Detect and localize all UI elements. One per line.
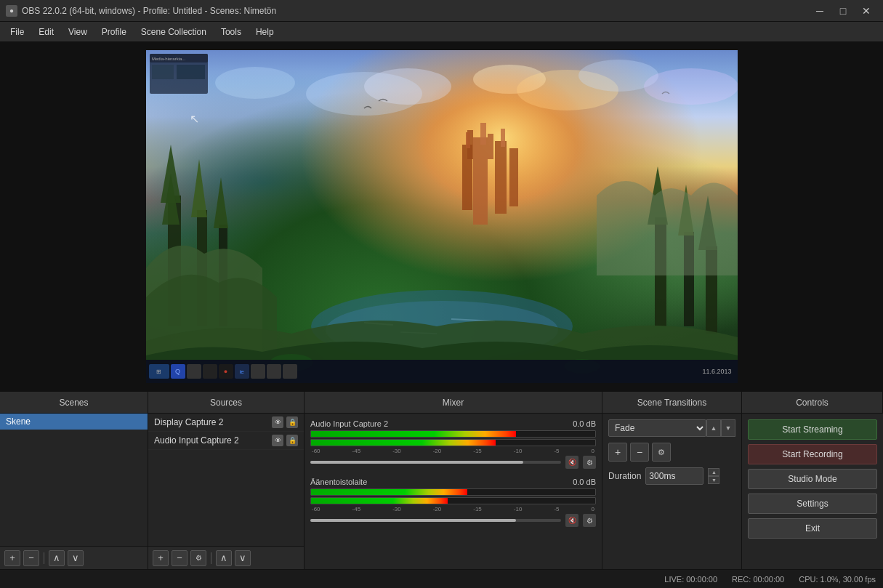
sources-toolbar: + − ⚙ ∧ ∨	[148, 546, 304, 569]
duration-up-arrow[interactable]: ▲	[708, 468, 719, 476]
taskbar-icon-1: Q	[171, 364, 185, 379]
menu-view[interactable]: View	[61, 24, 94, 40]
duration-down-arrow[interactable]: ▼	[708, 476, 719, 484]
mixer-marks-1: -60-45-30-20-15-10-50	[310, 448, 596, 454]
mixer-meter-2-fill-bottom	[311, 498, 448, 504]
taskbar-clock: 11.6.2013	[699, 368, 734, 375]
close-button[interactable]: ✕	[855, 3, 877, 19]
mixer-settings-btn-2[interactable]: ⚙	[583, 514, 596, 527]
menu-profile[interactable]: Profile	[94, 24, 134, 40]
source-item-display[interactable]: Display Capture 2 👁 🔒	[148, 414, 304, 432]
menu-file[interactable]: File	[3, 24, 31, 40]
mixer-panel: Audio Input Capture 2 0.0 dB -60-45-30-2…	[305, 414, 602, 569]
status-bar: LIVE: 00:00:00 REC: 00:00:00 CPU: 1.0%, …	[0, 569, 883, 588]
mixer-meter-1-fill-bottom	[311, 440, 496, 446]
settings-button[interactable]: Settings	[748, 494, 877, 514]
sources-settings-button[interactable]: ⚙	[190, 550, 206, 566]
taskbar-icon-3	[203, 364, 217, 379]
mixer-mute-btn-1[interactable]: 🔇	[565, 456, 578, 469]
mixer-panel-header: Mixer	[305, 392, 602, 413]
source-eye-icon-2[interactable]: 👁	[272, 435, 283, 446]
preview-background	[146, 50, 738, 383]
title-bar-controls: ─ □ ✕	[809, 3, 877, 19]
source-eye-icon[interactable]: 👁	[272, 416, 283, 428]
mixer-volume-slider-2[interactable]	[310, 519, 561, 522]
mixer-meter-1-fill-top	[311, 431, 516, 437]
sources-panel: Display Capture 2 👁 🔒 Audio Input Captur…	[148, 414, 305, 569]
transition-add-button[interactable]: +	[608, 443, 627, 462]
mixer-meter-1-top	[310, 430, 596, 438]
panel-content: Skene + − ∧ ∨ Display Capture 2	[0, 414, 883, 569]
transition-select-row: Fade Cut Swipe Slide ▲ ▼	[608, 419, 735, 437]
mixer-track-2-header: Äänentoistolaite 0.0 dB	[310, 478, 596, 486]
preview-canvas[interactable]: Media-hierarkia... ↖ ⊞ Q ● ie 11.6.2013	[146, 50, 738, 383]
live-status: LIVE: 00:00:00	[664, 575, 717, 584]
mixer-controls-2: 🔇 ⚙	[310, 514, 596, 527]
start-streaming-button[interactable]: Start Streaming	[748, 419, 877, 440]
taskbar-icon-5: ie	[235, 364, 249, 379]
sources-move-down-button[interactable]: ∨	[235, 550, 251, 566]
scenes-toolbar: + − ∧ ∨	[0, 546, 148, 569]
source-lock-icon[interactable]: 🔒	[286, 416, 298, 428]
transition-type-select[interactable]: Fade Cut Swipe Slide	[608, 419, 706, 437]
toolbar-sep-1	[44, 552, 44, 564]
cpu-status: CPU: 1.0%, 30.00 fps	[799, 575, 876, 584]
studio-mode-button[interactable]: Studio Mode	[748, 469, 877, 489]
mixer-mute-btn-2[interactable]: 🔇	[565, 514, 578, 527]
sources-add-button[interactable]: +	[153, 550, 169, 566]
menu-edit[interactable]: Edit	[31, 24, 61, 40]
transition-arrow-down[interactable]: ▼	[721, 419, 735, 437]
mixer-controls-1: 🔇 ⚙	[310, 456, 596, 469]
toolbar-sep-2	[211, 552, 211, 564]
scenes-panel: Skene + − ∧ ∨	[0, 414, 148, 569]
mixer-settings-btn-1[interactable]: ⚙	[583, 456, 596, 469]
transitions-panel: Fade Cut Swipe Slide ▲ ▼ + − ⚙ Duration	[602, 414, 742, 569]
scenes-panel-header: Scenes	[0, 392, 148, 413]
mixer-slider-fill-1	[310, 461, 523, 464]
menu-help[interactable]: Help	[249, 24, 281, 40]
menu-tools[interactable]: Tools	[214, 24, 249, 40]
menu-scene-collection[interactable]: Scene Collection	[134, 24, 214, 40]
mixer-meter-2-bottom	[310, 497, 596, 504]
preview-area: Media-hierarkia... ↖ ⊞ Q ● ie 11.6.2013	[0, 42, 883, 391]
scene-item-skene[interactable]: Skene	[0, 414, 148, 430]
scenes-remove-button[interactable]: −	[23, 550, 39, 566]
panel-headers: Scenes Sources Mixer Scene Transitions C…	[0, 392, 883, 414]
taskbar-icon-6	[251, 364, 265, 379]
scenes-move-down-button[interactable]: ∨	[68, 550, 84, 566]
source-item-audio[interactable]: Audio Input Capture 2 👁 🔒	[148, 432, 304, 450]
minimize-button[interactable]: ─	[809, 3, 831, 19]
scenes-move-up-button[interactable]: ∧	[49, 550, 65, 566]
rec-status: REC: 00:00:00	[732, 575, 784, 584]
duration-input[interactable]	[645, 467, 703, 485]
mixer-volume-slider-1[interactable]	[310, 461, 561, 464]
exit-button[interactable]: Exit	[748, 518, 877, 539]
maximize-button[interactable]: □	[832, 3, 854, 19]
transition-remove-button[interactable]: −	[630, 443, 649, 462]
scenes-add-button[interactable]: +	[4, 550, 20, 566]
main-area: Media-hierarkia... ↖ ⊞ Q ● ie 11.6.2013	[0, 42, 883, 588]
sources-move-up-button[interactable]: ∧	[216, 550, 232, 566]
mixer-meter-1-bottom	[310, 439, 596, 446]
source-lock-icon-2[interactable]: 🔒	[286, 435, 298, 446]
transition-arrow-up[interactable]: ▲	[706, 419, 721, 437]
preview-taskbar: ⊞ Q ● ie 11.6.2013	[146, 360, 738, 383]
taskbar-icon-7	[267, 364, 281, 379]
scenes-list: Skene	[0, 414, 148, 546]
mixer-marks-2: -60-45-30-20-15-10-50	[310, 506, 596, 512]
transitions-btns: + − ⚙	[608, 443, 735, 462]
mixer-track-1-header: Audio Input Capture 2 0.0 dB	[310, 419, 596, 428]
duration-row: Duration ▲ ▼	[608, 467, 735, 485]
title-bar-text: OBS 22.0.2 (64-bit, windows) - Profile: …	[22, 6, 809, 16]
transitions-panel-header: Scene Transitions	[602, 392, 742, 413]
start-recording-button[interactable]: Start Recording	[748, 444, 877, 464]
sources-list: Display Capture 2 👁 🔒 Audio Input Captur…	[148, 414, 304, 546]
app-icon: ●	[6, 5, 17, 17]
taskbar-icon-8	[283, 364, 297, 379]
taskbar-icon-4: ●	[219, 364, 233, 379]
source-icons-audio: 👁 🔒	[272, 435, 298, 446]
transition-settings-button[interactable]: ⚙	[652, 443, 671, 462]
sources-remove-button[interactable]: −	[172, 550, 188, 566]
mixer-meter-2-fill-top	[311, 489, 467, 495]
mixer-track-2: Äänentoistolaite 0.0 dB -60-45-30-20-15-…	[310, 478, 596, 527]
